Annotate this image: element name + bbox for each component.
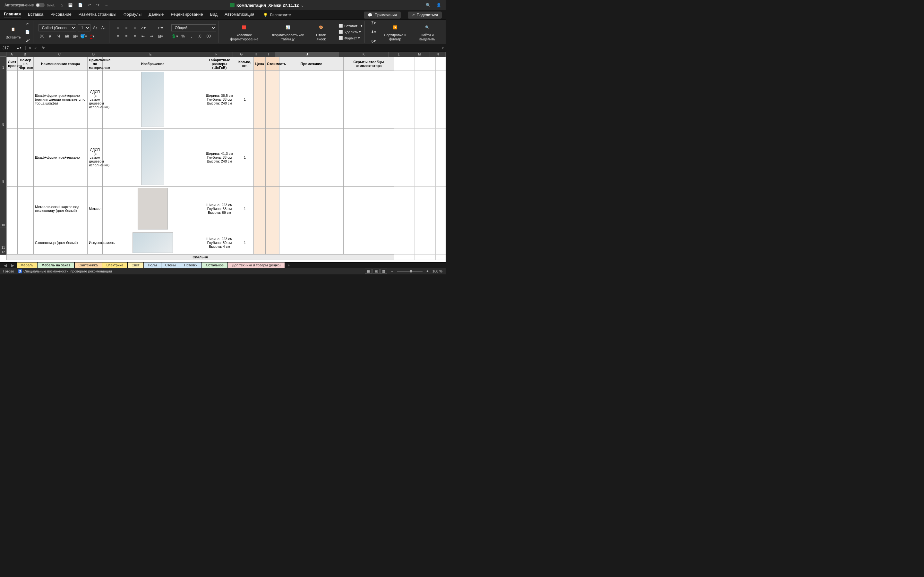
cell-image[interactable] xyxy=(103,231,203,255)
cell-qty[interactable]: 1 xyxy=(236,129,254,187)
cell-cost[interactable] xyxy=(266,71,279,129)
cell-cost[interactable] xyxy=(266,231,279,255)
col-header-L[interactable]: L xyxy=(389,52,409,57)
sheet-tab[interactable]: Стены xyxy=(162,262,180,268)
currency-icon[interactable]: 💲▾ xyxy=(171,33,178,40)
col-header-I[interactable]: I xyxy=(262,52,276,57)
sheet-nav-prev[interactable]: ◀ xyxy=(2,263,9,268)
cell-proj-sheet[interactable] xyxy=(7,71,18,129)
cell-price[interactable] xyxy=(254,187,266,231)
cell-drawing-num[interactable] xyxy=(18,71,34,129)
cell-note[interactable] xyxy=(279,231,344,255)
comments-button[interactable]: 💬 Примечания xyxy=(364,11,401,19)
add-sheet-icon[interactable]: + xyxy=(285,263,292,268)
number-format-select[interactable]: Общий xyxy=(171,24,216,31)
save-icon[interactable]: 💾 xyxy=(68,3,73,7)
cell-price[interactable] xyxy=(254,129,266,187)
row-header-12[interactable]: 12 xyxy=(0,250,6,255)
autosave-toggle[interactable] xyxy=(36,3,45,7)
font-name-select[interactable]: Calibri (Основной... xyxy=(39,24,76,31)
underline-icon[interactable]: Ч xyxy=(55,33,62,40)
zoom-in-icon[interactable]: + xyxy=(426,269,428,273)
row-header-11[interactable]: 11 xyxy=(0,228,6,250)
indent-inc-icon[interactable]: ⇥ xyxy=(148,33,155,40)
cell-image[interactable] xyxy=(103,187,203,231)
cell-dimensions[interactable]: Ширина: 223 см Глубина: 38 см Высота: 89… xyxy=(203,187,236,231)
autosum-icon[interactable]: Σ▾ xyxy=(370,19,377,27)
tab-insert[interactable]: Вставка xyxy=(28,12,43,18)
cell-proj-sheet[interactable] xyxy=(7,187,18,231)
tab-page-layout[interactable]: Разметка страницы xyxy=(79,12,116,18)
strike-icon[interactable]: ab xyxy=(63,33,71,40)
tab-formulas[interactable]: Формулы xyxy=(124,12,142,18)
cell-drawing-num[interactable] xyxy=(18,231,34,255)
row-header-8[interactable]: 8 xyxy=(0,70,6,127)
col-header-F[interactable]: F xyxy=(200,52,233,57)
tab-data[interactable]: Данные xyxy=(149,12,164,18)
tab-view[interactable]: Вид xyxy=(210,12,218,18)
align-top-icon[interactable]: ≡ xyxy=(115,24,121,31)
fill-color-icon[interactable]: 🪣▾ xyxy=(80,33,87,40)
insert-cells[interactable]: ⬜ Вставить ▾ xyxy=(338,24,363,28)
row-header-9[interactable]: 9 xyxy=(0,127,6,184)
delete-cells[interactable]: ⬜ Удалить ▾ xyxy=(338,30,363,34)
cell-item-name[interactable]: Шкаф+фурнитура+зеркало (нижняя дверца от… xyxy=(34,71,87,129)
fill-icon[interactable]: ⬇▾ xyxy=(370,29,377,35)
cancel-formula-icon[interactable]: ✕ xyxy=(28,46,31,50)
row-header-10[interactable]: 10 xyxy=(0,184,6,228)
format-painter-icon[interactable]: 🖌 xyxy=(24,37,31,44)
cell-image[interactable] xyxy=(103,129,203,187)
italic-icon[interactable]: К xyxy=(47,33,54,40)
col-header-A[interactable]: A xyxy=(6,52,17,57)
cell-price[interactable] xyxy=(254,71,266,129)
align-middle-icon[interactable]: ≡ xyxy=(123,24,130,31)
cell-qty[interactable]: 1 xyxy=(236,71,254,129)
sort-filter[interactable]: 🔽Сортировка и фильтр xyxy=(379,23,411,41)
cell-note[interactable] xyxy=(279,129,344,187)
percent-icon[interactable]: % xyxy=(180,33,187,40)
file-icon[interactable]: 📄 xyxy=(78,3,83,7)
bold-icon[interactable]: Ж xyxy=(39,33,45,40)
expand-formula-icon[interactable]: ▾ xyxy=(440,46,446,50)
select-all-corner[interactable] xyxy=(0,52,6,57)
sheet-tab[interactable]: Мебель xyxy=(17,262,37,268)
home-icon[interactable]: ⌂ xyxy=(61,3,63,7)
cell-hidden[interactable] xyxy=(344,231,394,255)
format-cells[interactable]: ⬜ Формат ▾ xyxy=(338,36,363,40)
tell-me[interactable]: 💡 Расскажите xyxy=(263,13,291,17)
cut-icon[interactable]: ✂ xyxy=(24,20,31,27)
cell-item-name[interactable]: Шкаф+фурнитура+зеркало xyxy=(34,129,87,187)
comma-icon[interactable]: , xyxy=(188,33,195,40)
fx-icon[interactable]: fx xyxy=(40,46,47,50)
cell-item-name[interactable]: Столешница (цвет белый) xyxy=(34,231,87,255)
cell-item-name[interactable]: Металлический каркас под столешницу (цве… xyxy=(34,187,87,231)
indent-dec-icon[interactable]: ⇤ xyxy=(140,33,147,40)
cell-material[interactable]: ЛДСП (в самом дешевом исполнении) xyxy=(87,71,103,129)
namebox[interactable]: ▲▼ xyxy=(0,46,26,50)
sheet-tab[interactable]: Свет xyxy=(128,262,143,268)
cell-note[interactable] xyxy=(279,71,344,129)
col-header-K[interactable]: K xyxy=(339,52,389,57)
share-button[interactable]: ↗ Поделиться xyxy=(408,11,442,19)
align-right-icon[interactable]: ≡ xyxy=(131,33,138,40)
cell-cost[interactable] xyxy=(266,129,279,187)
col-header-M[interactable]: M xyxy=(409,52,430,57)
format-as-table[interactable]: 📊Форматировать как таблицу xyxy=(267,23,309,41)
paste-button[interactable]: 📋 Вставить xyxy=(5,25,22,39)
cell-cost[interactable] xyxy=(266,187,279,231)
more-icon[interactable]: ⋯ xyxy=(105,3,108,7)
cell-dimensions[interactable]: Ширина: 36,5 см Глубина: 38 см Высота: 2… xyxy=(203,71,236,129)
sheet-tab[interactable]: Сантехника xyxy=(75,262,102,268)
tab-review[interactable]: Рецензирование xyxy=(171,12,203,18)
col-header-B[interactable]: B xyxy=(17,52,33,57)
align-left-icon[interactable]: ≡ xyxy=(115,33,121,40)
title-chevron-icon[interactable]: ⌄ xyxy=(300,3,304,8)
col-header-H[interactable]: H xyxy=(250,52,262,57)
sheet-tab[interactable]: Потолки xyxy=(180,262,202,268)
formula-input[interactable] xyxy=(47,45,440,50)
tab-home[interactable]: Главная xyxy=(4,11,21,18)
sheet-tab[interactable]: Остальное xyxy=(202,262,228,268)
cell-material[interactable]: ЛДСП (в самом дешевом исполнении) xyxy=(87,129,103,187)
cell-proj-sheet[interactable] xyxy=(7,231,18,255)
cell-image[interactable] xyxy=(103,71,203,129)
